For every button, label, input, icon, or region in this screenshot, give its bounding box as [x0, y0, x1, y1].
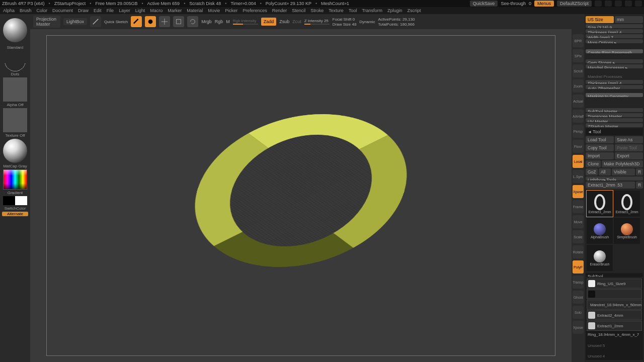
menu-item[interactable]: Material — [187, 8, 203, 13]
menu-item[interactable]: Macro — [150, 8, 163, 13]
minimize-icon[interactable] — [615, 1, 622, 7]
quicksave-button[interactable]: QuickSave — [470, 1, 498, 7]
lightbox-button[interactable]: LightBox — [63, 18, 87, 25]
menu-item[interactable]: Document — [52, 8, 73, 13]
goz-visible[interactable]: Visible — [612, 168, 635, 175]
tool-thumb[interactable]: EraserBrush — [587, 245, 613, 271]
import-button[interactable]: Import — [586, 152, 614, 159]
subtool-master[interactable]: SubTool Master — [586, 108, 643, 112]
subtool-header[interactable]: SubTool — [586, 273, 643, 277]
material-thumb[interactable] — [3, 139, 27, 163]
z-intensity-slider[interactable] — [304, 24, 330, 25]
persp-icon[interactable]: Persp — [573, 125, 584, 138]
rgb-button[interactable]: Rgb — [215, 19, 223, 24]
goz-r[interactable]: R — [636, 168, 643, 175]
load-tool[interactable]: Load Tool — [586, 136, 614, 143]
ring-model[interactable] — [178, 46, 424, 334]
tool-thumb[interactable]: Extract1_2mm — [587, 191, 613, 217]
menu-item[interactable]: Color — [37, 8, 48, 13]
scale-icon[interactable]: Scale — [573, 230, 584, 243]
edit-mode-icon[interactable] — [131, 16, 142, 27]
mrgb-button[interactable]: Mrgb — [201, 19, 212, 24]
masking-to-geo[interactable]: Masking to Geometry — [586, 93, 643, 97]
xpose-icon[interactable]: Xpose — [573, 185, 584, 198]
dynamic-button[interactable]: Dynamic — [359, 20, 375, 24]
menu-item[interactable]: Transform — [362, 8, 382, 13]
thickness-slider[interactable]: Thickness (mm) 4 — [586, 29, 643, 33]
paste-tool[interactable]: Paste Tool — [615, 144, 643, 151]
save-as[interactable]: Save As — [615, 136, 643, 143]
rgb-intensity-slider[interactable] — [233, 24, 258, 25]
color-swatches[interactable] — [3, 196, 27, 205]
transpose-master[interactable]: Transpose Master — [586, 113, 643, 117]
menu-item[interactable]: Zscript — [408, 8, 421, 13]
maximize-icon[interactable] — [625, 1, 632, 7]
ghost-icon[interactable]: Ghost — [573, 291, 584, 304]
layout-icon-2[interactable] — [605, 1, 612, 7]
menu-item[interactable]: Movie — [208, 8, 220, 13]
alternate-button[interactable]: Alternate — [2, 212, 28, 216]
clone-button[interactable]: Clone — [586, 160, 601, 167]
canvas[interactable] — [30, 29, 572, 362]
subtool-item[interactable]: Extract1_2mm — [587, 321, 642, 331]
create-ring-button[interactable]: Create Ring Basemesh — [586, 49, 643, 53]
menu-item[interactable]: Preferences — [243, 8, 267, 13]
goz-all[interactable]: All — [599, 168, 611, 175]
draw-size[interactable]: Draw Size 48 — [333, 22, 357, 27]
move-mode-icon[interactable] — [159, 16, 170, 27]
menu-item[interactable]: Zplugin — [387, 8, 403, 13]
rotate-mode-icon[interactable] — [187, 16, 198, 27]
quicksketch-icon[interactable] — [90, 16, 101, 27]
rotate-icon[interactable]: Rotate — [573, 245, 584, 258]
menu-item[interactable]: Render — [272, 8, 287, 13]
menu-item[interactable]: Draw — [78, 8, 89, 13]
xpose2-icon[interactable]: Xpose — [573, 321, 584, 334]
goz-button[interactable]: GoZ — [586, 168, 598, 175]
mandrel-processes-menu[interactable]: Mandrel Processes ▸ — [586, 64, 643, 68]
menu-item[interactable]: Picker — [225, 8, 237, 13]
current-tool[interactable]: Extract1_2mm .53 — [586, 182, 635, 189]
menu-item[interactable]: Texture — [329, 8, 344, 13]
floor-icon[interactable]: Floor — [573, 140, 584, 153]
zsub-button[interactable]: Zsub — [279, 19, 289, 24]
tool-thumb[interactable]: AlphaBrush — [587, 218, 613, 244]
m-button[interactable]: M — [226, 19, 230, 24]
focal-shift[interactable]: Focal Shift 0 — [333, 17, 357, 22]
copy-tool[interactable]: Copy Tool — [586, 144, 614, 151]
menu-item[interactable]: Edit — [94, 8, 102, 13]
local-icon[interactable]: Local — [573, 155, 584, 168]
tool-thumb[interactable]: SimpleBrush — [614, 218, 640, 244]
gem-stones[interactable]: Gem Stones ▸ — [586, 59, 643, 63]
lsym-icon[interactable]: L.Sym — [573, 170, 584, 183]
menu-item[interactable]: Light — [135, 8, 145, 13]
z-intensity[interactable]: Z Intensity 25 — [304, 19, 330, 23]
menu-item[interactable]: Layer — [119, 8, 130, 13]
draw-mode-icon[interactable] — [145, 16, 156, 27]
subtool-item[interactable] — [587, 289, 642, 299]
menu-item[interactable]: File — [107, 8, 114, 13]
subtool-item[interactable]: Extract2_4mm — [587, 310, 642, 320]
mm-button[interactable]: mm — [615, 16, 643, 23]
stroke-thumb[interactable] — [3, 51, 27, 71]
transp-icon[interactable]: Transp — [573, 276, 584, 289]
see-through-value[interactable]: 0 — [529, 1, 531, 6]
menu-item[interactable]: Brush — [20, 8, 32, 13]
default-zscript[interactable]: DefaultZScript — [557, 1, 592, 7]
menu-item[interactable]: Tool — [349, 8, 357, 13]
menu-item[interactable]: Alpha — [3, 8, 15, 13]
tool-thumb[interactable]: Extract1_2mm — [614, 191, 640, 217]
width-slider[interactable]: Width (mm) 7 — [586, 34, 643, 38]
lightbox-tools[interactable]: Lightbox▸Tools — [586, 176, 643, 180]
bpr-icon[interactable]: BPR — [573, 34, 584, 47]
alpha-thumb[interactable] — [3, 77, 27, 102]
zcut-button[interactable]: Zcut — [292, 19, 301, 24]
frame-icon[interactable]: Frame — [573, 200, 584, 213]
scroll-icon[interactable]: Scroll — [573, 64, 584, 77]
color-picker[interactable] — [3, 169, 27, 190]
tool-panel-header[interactable]: Tool — [586, 128, 643, 135]
uv-master[interactable]: UV Master — [586, 118, 643, 122]
spix-icon[interactable]: SPix — [573, 49, 584, 62]
subtool-item[interactable]: Ring_US_Size9 — [587, 279, 642, 289]
scale-mode-icon[interactable] — [173, 16, 184, 27]
move-icon[interactable]: Move — [573, 215, 584, 228]
